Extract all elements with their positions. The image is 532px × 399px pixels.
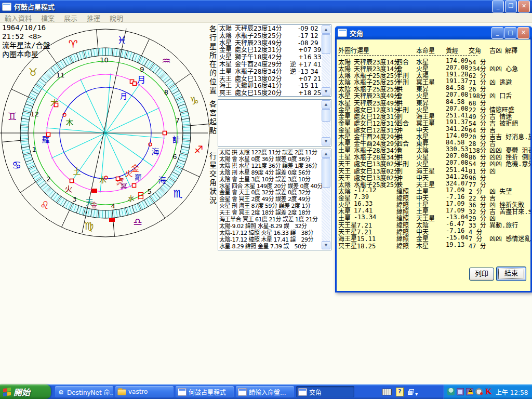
aspect-row[interactable]: 太陽 會 水星 0度 36分 誤差 0度 36分 [219,156,322,163]
houses-listbox[interactable]: ▲ ▼ [218,99,331,147]
position-row[interactable]: 冥王處女巳15度20分+18 25 [219,90,322,96]
zodiac-libra-icon: ♎ [133,216,142,228]
cascade-windows-icon[interactable] [408,389,414,394]
main-titlebar: 何鼓占星程式 _ ❐ ✕ [0,0,532,13]
scroll-thumb[interactable] [322,34,330,54]
zodiac-pisces-icon: ♓ [117,34,127,46]
messenger-icon[interactable] [447,388,455,395]
monitor-alert-icon[interactable] [466,388,473,395]
kaspersky-icon[interactable]: K [485,388,492,395]
planet-glyph: 水 [127,194,134,202]
menu-item-推運[interactable]: 推運 [82,13,105,23]
planet-glyph: 計 [172,135,180,144]
minimize-button[interactable]: _ [492,1,504,12]
aspect-row[interactable]: 太陰 會 土星 3度 10分 誤差 3度 10分 [219,177,322,183]
position-row[interactable]: 土星水瓶子28度34分逆-13 34 [219,69,322,76]
aspects-table-row: 海王星15.11緯照金星-15.047 分凶凶 感情迷亂 [338,234,530,241]
planet-glyph: 海 [158,176,166,185]
position-row[interactable]: 火星獅子午18度42分+16 33 [219,54,322,61]
dialog-maximize-button[interactable]: □ [504,27,516,39]
monitor-icon[interactable] [457,388,464,395]
position-row[interactable]: 太陽天秤辰23度14分-09 02 [219,25,322,33]
planet-glyph: 水 [99,176,107,184]
header-transit-planet: 外圈行運星 [338,46,416,55]
aspects-table-row: 太陰水瓶子25度25分映天王星324.0777 分 [338,180,530,187]
aspect-row[interactable]: 太陰-17.12 緯照 木星 17.41 誤 29分 [219,237,322,244]
astro-wheel-chart: 101112123456789♈♉♊♋♌♍♎♏♐♑♒♓月月木木羅計海海土水火金火… [0,22,213,254]
menu-item-檔案[interactable]: 檔案 [36,13,59,23]
aspect-row[interactable]: 太陽 拱 太陰 122度 11分 誤差 2度 11分 [219,150,322,156]
scroll-down-icon[interactable]: ▼ [322,87,330,96]
taskbar-task-請輸入命盤...[interactable]: 請輸入命盤... [236,386,294,397]
dialog-titlebar: 交角 _ □ ✕ [335,26,532,39]
scroll-up-icon[interactable]: ▲ [322,150,330,158]
position-row[interactable]: 木星金牛酉24度29分逆+17 41 [219,61,322,69]
dialog-close-icon[interactable]: ✕ [517,27,529,39]
end-button[interactable]: 結束 [496,267,526,281]
aspects-table-row: 天王處女巳13度02分刑海王星251.4181 分凶 [338,166,530,173]
aspects-table-row: 金星處女巳12度31分半刑火星207.0822 分情慾旺盛 [338,105,530,112]
houses-scrollbar[interactable]: ▲ ▼ [322,100,330,145]
close-button[interactable]: ✕ [518,1,530,12]
house-number-4: 4 [111,202,115,210]
aspect-row[interactable]: 太陰-17.12 緯照 火星 16.33 誤 38分 [219,230,322,237]
menu-item-展示[interactable]: 展示 [59,13,82,23]
dialog-minimize-button[interactable]: _ [491,27,503,39]
keyboard-icon[interactable] [382,389,392,395]
scroll-thumb[interactable] [322,158,330,188]
task-label: 請輸入命盤... [249,388,286,396]
help-icon[interactable]: ? [396,388,404,396]
house-number-2: 2 [46,175,50,183]
task-label: vastro [128,388,148,395]
aspects-dialog: 交角 _ □ ✕ 外圈行運星 本命星 黃經 交角 吉凶 解釋 太陽天秤辰23度1… [335,26,532,292]
aspect-row[interactable]: 太陰 刑 木星 89度 4分 誤差 0度 56分 [219,170,322,177]
menu-item-說明[interactable]: 說明 [105,13,128,23]
label-planet-positions: 各行星所在的位置 [208,25,218,96]
positions-scrollbar[interactable]: ▲ ▼ [322,25,330,96]
dialog-title: 交角 [350,28,363,38]
position-row[interactable]: 太陰水瓶子25度25分-17 12 [219,33,322,40]
menu-item-輸入資料[interactable]: 輸入資料 [0,13,36,23]
main-window-title: 何鼓占星程式 [14,2,55,11]
taskbar-task-交角[interactable]: 交角 [296,386,354,397]
aspects-table-row: 太陽天秤辰23度14分會火星207.08234分凶凶 心急 [338,64,530,71]
aspect-row[interactable]: 太陰 拱 水星 121度 36分 誤差 1度 36分 [219,163,322,170]
aspects-table-row: 土星水瓶子28度34分拱火星207.0886 分凶凶 挫折 倒閉 [338,152,530,159]
zodiac-aquarius-icon: ♒ [162,55,171,67]
aspects-table-row: 天王處女巳13度02分沖中天341.2696 分 [338,173,530,180]
zodiac-taurus-icon: ♉ [29,66,38,78]
desktop: 何鼓占星程式 _ ❐ ✕ 輸入資料檔案展示推運說明 1964/10/16 21:… [0,0,532,399]
scroll-down-icon[interactable]: ▼ [322,241,330,249]
houses-list [219,100,322,145]
aspects-list: 太陽 拱 太陰 122度 11分 誤差 2度 11分太陽 會 水星 0度 36分… [219,150,322,249]
scroll-up-icon[interactable]: ▲ [322,100,330,109]
task-buttons: eDestinyNet 命...vastro何鼓占星程式請輸入命盤...交角 [55,386,354,397]
planet-glyph: 日 [137,191,144,201]
print-button[interactable]: 列印 [469,268,494,281]
zodiac-capricorn-icon: ♑ [190,95,199,107]
aspects-table-row: 金星處女巳12度31分沖中天341.2664 分吉 [338,125,530,132]
positions-listbox[interactable]: 太陽天秤辰23度14分-09 02太陰水瓶子25度25分-17 12水星天秤辰2… [218,24,331,97]
restore-button[interactable]: ❐ [505,1,517,12]
aspects-scrollbar[interactable]: ▲ ▼ [322,150,330,249]
aspects-table-row: 太陰-17.12緯照土星17.092 分凶 失望 [338,187,530,193]
aspects-listbox[interactable]: 太陽 拱 太陰 122度 11分 誤差 2度 11分太陽 會 水星 0度 36分… [218,149,331,250]
scroll-up-icon[interactable]: ▲ [322,25,330,34]
header-longitude: 黃經 [446,46,469,55]
taskbar-task-何鼓占星程式[interactable]: 何鼓占星程式 [176,386,234,397]
taskbar-task-DestinyNet 命...[interactable]: eDestinyNet 命... [55,386,113,397]
volume-icon[interactable] [475,388,483,395]
aspect-row[interactable]: 水星-8.29 緯照 金星 7.39 誤 50分 [219,244,322,249]
language-bar: ? ▼ [382,387,418,397]
scroll-down-icon[interactable]: ▼ [322,137,330,145]
house-number-12: 12 [31,110,39,118]
house-number-7: 7 [176,116,180,124]
aspect-row[interactable]: 太陽-9.02 緯照 水星-8.29 誤 32分 [219,223,322,230]
app-window-icon [2,3,11,11]
start-button[interactable]: 開始 [0,384,51,399]
taskbar-task-vastro[interactable]: vastro [115,386,174,397]
taskbar: 開始 eDestinyNet 命...vastro何鼓占星程式請輸入命盤...交… [0,384,532,399]
chevron-down-icon[interactable]: ▼ [415,392,418,396]
scroll-thumb[interactable] [322,109,330,122]
aspects-table-row: 天王星7.21緯照太陰-6.4733 分異動.旅行 [338,220,530,227]
